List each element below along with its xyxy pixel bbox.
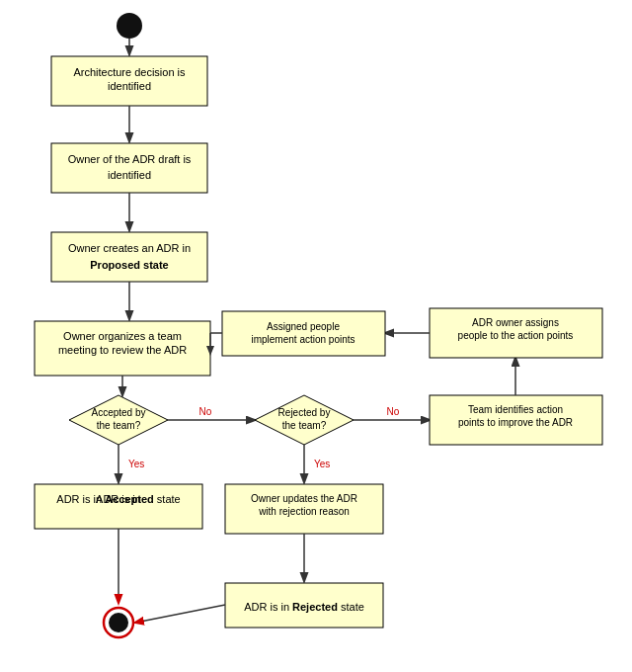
box4-text-line1: Owner organizes a team [63,330,182,342]
diamond1-text-line2: the team? [97,420,141,431]
box9-text-line1: ADR owner assigns [472,317,559,328]
box8-text-line1: Assigned people [267,321,340,332]
box3-text-line1: Owner creates an ADR in [68,242,191,254]
box10-text-line2: points to improve the ADR [458,417,573,428]
arrow-box7-end [135,605,225,623]
box6-text-line2: with rejection reason [258,506,350,517]
end-node-inner [109,613,128,632]
box2-rect [51,143,207,193]
start-node [117,13,142,39]
label-yes-2: Yes [314,459,330,469]
flowchart-diagram: Architecture decision is identified Owne… [0,0,632,672]
box2-text-line1: Owner of the ADR draft is [68,153,192,165]
box9-text-line2: people to the action points [458,330,574,341]
diamond1-text-line1: Accepted by [91,407,145,418]
diamond2-text-line1: Rejected by [278,407,331,418]
box8-text-line2: implement action points [251,334,355,345]
box5-text-combined: ADR is in Accepted state [56,493,180,505]
box4-text-line2: meeting to review the ADR [58,344,187,356]
box1-text-line1: Architecture decision is [73,66,186,78]
box3-rect [51,232,207,282]
box7-text-combined: ADR is in Rejected state [244,601,364,613]
box6-text-line1: Owner updates the ADR [251,493,357,504]
box1-text-line2: identified [108,80,151,92]
box10-text-line1: Team identifies action [468,404,563,415]
diamond2-text-line2: the team? [282,420,327,431]
label-yes-1: Yes [128,459,144,469]
label-no-1: No [199,406,212,417]
box2-text-line2: identified [108,169,151,181]
box3-text-line2: Proposed state [90,259,168,271]
label-no-2: No [387,406,400,417]
box5-rect [35,484,202,529]
flowchart-svg: Architecture decision is identified Owne… [0,0,632,672]
